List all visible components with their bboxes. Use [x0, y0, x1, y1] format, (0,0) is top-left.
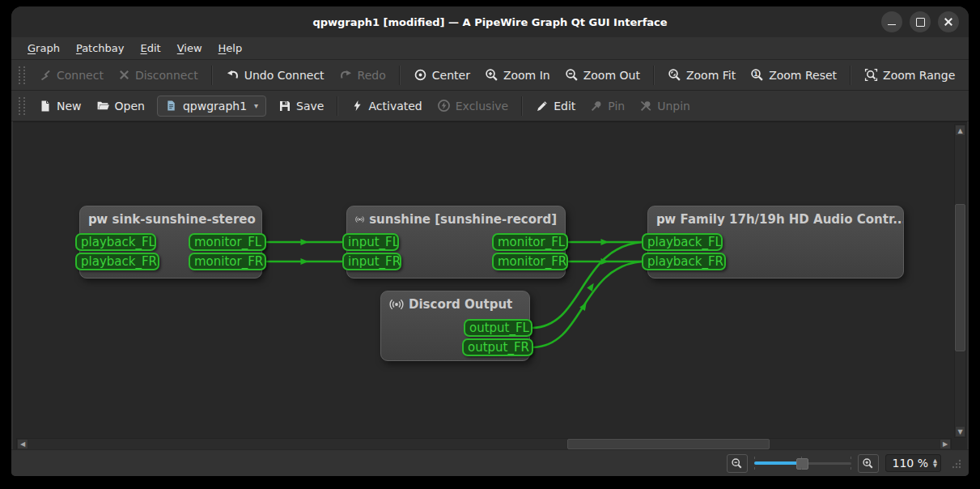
- pin-button[interactable]: Pin: [583, 96, 632, 117]
- horizontal-scrollbar[interactable]: ◀ ▶: [16, 438, 952, 450]
- scroll-left-button[interactable]: ◀: [17, 439, 28, 449]
- window-title: qpwgraph1 [modified] — A PipeWire Graph …: [312, 16, 667, 28]
- zoom-in-icon: [485, 68, 498, 82]
- zoom-slider[interactable]: [754, 456, 851, 470]
- new-file-icon: [39, 100, 52, 113]
- port-input[interactable]: input_FL: [342, 233, 399, 251]
- zoom-reset-button[interactable]: 1 Zoom Reset: [743, 64, 844, 86]
- zoom-out-button[interactable]: Zoom Out: [558, 64, 647, 86]
- center-button[interactable]: Center: [406, 64, 477, 86]
- main-window: qpwgraph1 [modified] — A PipeWire Graph …: [11, 6, 969, 476]
- statusbar: 110 % ▲ ▼: [11, 449, 969, 476]
- unpin-button[interactable]: Unpin: [632, 96, 698, 117]
- resize-grip[interactable]: [949, 457, 962, 470]
- redo-button[interactable]: Redo: [332, 64, 393, 86]
- menu-graph[interactable]: Graph: [21, 40, 66, 57]
- undo-icon: [226, 68, 240, 82]
- spinbox-arrows[interactable]: ▲ ▼: [933, 458, 937, 468]
- disconnect-button[interactable]: Disconnect: [111, 65, 206, 86]
- zoom-in-button[interactable]: Zoom In: [477, 64, 558, 86]
- scroll-up-button[interactable]: ▲: [955, 125, 965, 136]
- scroll-down-button[interactable]: ▼: [955, 426, 965, 437]
- zoom-slider-handle[interactable]: [796, 458, 808, 470]
- minimize-button[interactable]: [881, 11, 902, 32]
- zoom-range-button[interactable]: Zoom Range: [857, 64, 962, 86]
- port-output[interactable]: monitor_FL: [492, 233, 568, 251]
- toolbar-separator: [653, 66, 655, 85]
- open-patchbay-button[interactable]: Open: [89, 95, 152, 117]
- horizontal-scrollbar-thumb[interactable]: [567, 439, 770, 449]
- activated-toggle[interactable]: Activated: [344, 96, 429, 117]
- scroll-right-icon: ▶: [943, 440, 948, 448]
- toolbar-separator: [399, 66, 401, 85]
- exclusive-bolt-icon: [437, 99, 451, 113]
- vertical-scrollbar-thumb[interactable]: [955, 204, 965, 351]
- port-output[interactable]: monitor_FR: [492, 253, 568, 270]
- zoom-percent-spinbox[interactable]: 110 % ▲ ▼: [885, 454, 941, 472]
- scroll-right-button[interactable]: ▶: [940, 439, 951, 449]
- pin-icon: [590, 100, 603, 113]
- patchbay-file-icon: [165, 100, 177, 112]
- port-input[interactable]: input_FR: [342, 253, 401, 270]
- port-output[interactable]: output_FR: [462, 338, 533, 356]
- menu-help[interactable]: Help: [212, 40, 249, 57]
- port-input[interactable]: playback_FL: [642, 233, 723, 251]
- slider-tick: [754, 467, 755, 470]
- minimize-icon: [888, 24, 896, 26]
- chevron-down-icon: ▾: [254, 101, 258, 110]
- connect-icon: [39, 69, 52, 82]
- wire-arrow-icon: [301, 239, 309, 245]
- statusbar-zoom-out-button[interactable]: [727, 454, 748, 473]
- close-button[interactable]: [938, 11, 959, 32]
- connection-wire[interactable]: [533, 262, 642, 347]
- toolbar-drag-handle[interactable]: [19, 97, 25, 115]
- patchbay-selector[interactable]: qpwgraph1 ▾: [157, 96, 266, 117]
- connect-button[interactable]: Connect: [32, 65, 111, 86]
- activated-bolt-icon: [351, 100, 363, 112]
- scroll-down-icon: ▼: [957, 428, 962, 436]
- zoom-out-icon: [731, 457, 743, 470]
- exclusive-toggle[interactable]: Exclusive: [430, 95, 515, 117]
- new-patchbay-button[interactable]: New: [32, 96, 89, 117]
- menu-edit[interactable]: Edit: [134, 40, 168, 57]
- toolbar-drag-handle[interactable]: [19, 66, 25, 84]
- redo-icon: [339, 68, 353, 82]
- titlebar[interactable]: qpwgraph1 [modified] — A PipeWire Graph …: [11, 6, 969, 37]
- menu-view[interactable]: View: [171, 40, 209, 57]
- zoom-fit-button[interactable]: Zoom Fit: [660, 64, 743, 86]
- zoom-percent-value: 110 %: [893, 457, 928, 470]
- connections-layer: [13, 122, 952, 439]
- port-output[interactable]: monitor_FR: [189, 253, 266, 270]
- zoom-in-icon: [862, 457, 874, 470]
- port-input[interactable]: playback_FR: [75, 253, 159, 270]
- toolbar-separator: [521, 96, 523, 116]
- undo-connect-button[interactable]: Undo Connect: [218, 64, 332, 86]
- slider-tick: [851, 457, 851, 459]
- zoom-controls: 110 % ▲ ▼: [727, 454, 969, 473]
- patchbay-toolbar: New Open qpwgraph1 ▾ Save Activated: [11, 91, 969, 121]
- statusbar-zoom-in-button[interactable]: [858, 454, 879, 473]
- port-input[interactable]: playback_FL: [75, 233, 156, 251]
- slider-tick: [754, 457, 755, 459]
- graph-canvas[interactable]: pw sink-sunshine-stereo sunshine [sunshi…: [13, 121, 967, 451]
- vertical-scrollbar[interactable]: ▲ ▼: [954, 124, 966, 438]
- zoom-slider-fill: [754, 461, 801, 465]
- edit-toggle[interactable]: Edit: [528, 96, 583, 117]
- menu-patchbay[interactable]: Patchbay: [70, 40, 131, 57]
- close-icon: [944, 17, 953, 27]
- maximize-icon: [916, 18, 925, 27]
- center-icon: [414, 68, 427, 82]
- scroll-left-icon: ◀: [20, 440, 25, 448]
- maximize-button[interactable]: [910, 11, 931, 32]
- qpwgraph-app: qpwgraph1 [modified] — A PipeWire Graph …: [0, 0, 980, 489]
- port-input[interactable]: playback_FR: [642, 253, 726, 270]
- port-output[interactable]: output_FL: [464, 319, 532, 337]
- svg-text:1: 1: [753, 70, 758, 78]
- disconnect-icon: [118, 69, 130, 81]
- slider-tick: [851, 467, 851, 470]
- slider-tick: [801, 467, 802, 470]
- zoom-out-icon: [565, 68, 579, 82]
- patchbay-selector-value: qpwgraph1: [183, 100, 247, 113]
- port-output[interactable]: monitor_FL: [189, 233, 266, 251]
- save-patchbay-button[interactable]: Save: [271, 96, 331, 117]
